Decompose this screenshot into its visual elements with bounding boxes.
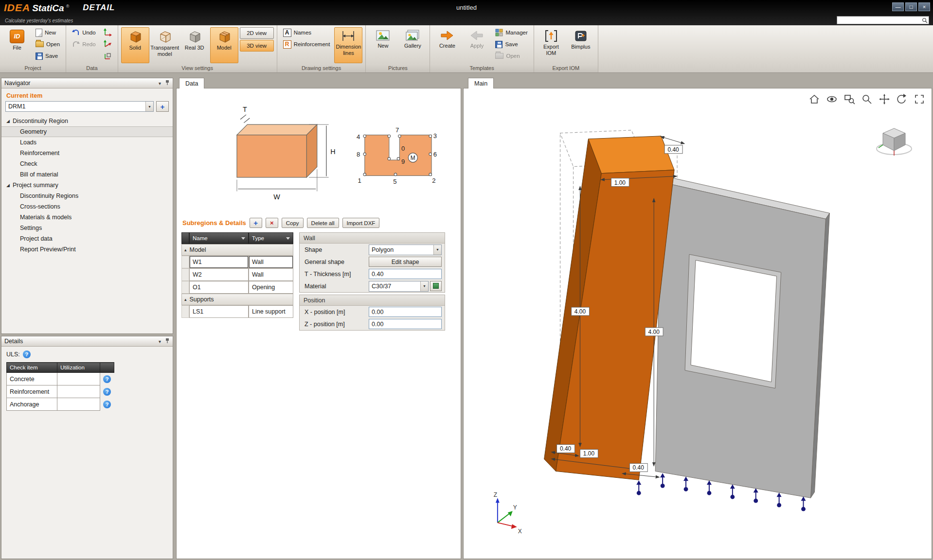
view-2d-button[interactable]: 2D view (240, 27, 274, 39)
table-row-o1[interactable]: O1 Opening (181, 281, 294, 294)
lcs-tool-3-button[interactable] (100, 51, 115, 61)
cell-type[interactable]: Line support (249, 305, 293, 318)
cell-type[interactable]: Opening (249, 281, 293, 294)
wall-w2[interactable] (655, 176, 829, 498)
table-row-w1[interactable]: W1 Wall (181, 256, 294, 268)
search-box[interactable] (837, 16, 929, 24)
chevron-down-icon[interactable]: ▼ (420, 281, 428, 291)
search-icon[interactable] (921, 18, 929, 23)
file-button[interactable]: ID File (3, 27, 31, 63)
cell-name[interactable]: W1 (189, 256, 249, 268)
open-project-button[interactable]: Open (33, 39, 63, 50)
zoom-window-icon[interactable] (843, 92, 856, 105)
bimplus-button[interactable]: Bimplus (567, 27, 595, 63)
picture-new-button[interactable]: New (369, 27, 397, 63)
add-region-button[interactable]: + (156, 101, 169, 112)
zoom-icon[interactable] (860, 92, 873, 105)
tree-item-loads[interactable]: Loads (1, 137, 173, 148)
delete-all-button[interactable]: Delete all (307, 218, 339, 228)
tree-item-discontinuity-regions[interactable]: Discontinuity Regions (1, 191, 173, 201)
transparent-model-button[interactable]: Transparent model (151, 27, 179, 63)
wall-w1[interactable] (544, 136, 674, 480)
pan-icon[interactable] (878, 92, 891, 105)
reinforcement-help-icon[interactable]: ? (103, 388, 111, 396)
current-item-combobox[interactable]: DRM1 ▼ (5, 101, 154, 112)
opening-o1[interactable] (691, 260, 777, 382)
filter-icon[interactable] (241, 237, 245, 240)
model-view-button[interactable]: Model (210, 27, 238, 63)
maximize-button[interactable]: □ (905, 2, 917, 11)
material-library-button[interactable] (430, 281, 442, 291)
navigator-pin-icon[interactable] (165, 80, 170, 87)
expander-icon[interactable]: ◢ (6, 119, 10, 123)
tree-item-settings[interactable]: Settings (1, 223, 173, 233)
add-subregion-button[interactable]: + (250, 218, 262, 228)
reinforcement-toggle-button[interactable]: R Reinforcement (280, 39, 333, 50)
column-header-check-item[interactable]: Check item (7, 363, 57, 373)
cell-name[interactable]: W2 (189, 268, 249, 281)
column-header-type[interactable]: Type (249, 232, 293, 244)
view-cube[interactable] (873, 121, 915, 160)
tab-data[interactable]: Data (179, 78, 204, 88)
delete-subregion-button[interactable]: × (266, 218, 278, 228)
tree-item-project-data[interactable]: Project data (1, 233, 173, 244)
collapse-chevron-icon[interactable]: ▴ (184, 247, 187, 252)
close-button[interactable]: × (918, 2, 930, 11)
group-row-model[interactable]: ▴ Model (181, 244, 293, 256)
cell-name[interactable]: LS1 (189, 305, 249, 318)
home-view-icon[interactable] (807, 92, 821, 105)
uls-help-icon[interactable]: ? (23, 350, 31, 358)
tree-item-materials-models[interactable]: Materials & models (1, 212, 173, 223)
tab-main[interactable]: Main (468, 78, 494, 88)
table-row-ls1[interactable]: LS1 Line support (181, 305, 294, 318)
dimension-lines-button[interactable]: Dimension lines (334, 27, 362, 63)
show-all-icon[interactable] (825, 92, 838, 105)
expander-icon[interactable]: ◢ (6, 183, 10, 188)
export-iom-button[interactable]: Export IOM (537, 27, 565, 63)
template-apply-button[interactable]: Apply (463, 27, 491, 63)
template-save-button[interactable]: Save (492, 39, 530, 50)
edit-shape-button[interactable]: Edit shape (369, 257, 442, 267)
tree-item-bill-of-material[interactable]: Bill of material (1, 169, 173, 180)
template-manager-button[interactable]: Manager (492, 27, 530, 38)
shape-dropdown[interactable]: Polygon ▼ (369, 245, 442, 255)
tree-item-project-summary[interactable]: ◢ Project summary (1, 180, 173, 191)
anchorage-help-icon[interactable]: ? (103, 401, 111, 408)
filter-icon[interactable] (286, 237, 290, 240)
chevron-down-icon[interactable]: ▼ (433, 245, 441, 255)
redo-button[interactable]: Redo (69, 39, 99, 50)
column-header-utilization[interactable]: Utilization (57, 363, 100, 373)
details-pin-icon[interactable] (165, 338, 170, 345)
column-header-name[interactable]: Name (189, 232, 249, 244)
cell-type[interactable]: Wall (249, 256, 293, 268)
solid-view-button[interactable]: Solid (121, 27, 149, 63)
details-collapse-icon[interactable]: ▾ (159, 339, 161, 344)
import-dxf-button[interactable]: Import DXF (342, 218, 380, 228)
tree-item-reinforcement[interactable]: Reinforcement (1, 148, 173, 158)
tree-item-check[interactable]: Check (1, 158, 173, 169)
thickness-input[interactable]: 0.40 (369, 269, 442, 279)
wall-w1-top-face[interactable] (588, 136, 674, 174)
collapse-chevron-icon[interactable]: ▴ (184, 297, 187, 302)
lcs-tool-2-button[interactable] (100, 39, 115, 50)
x-position-input[interactable]: 0.00 (369, 307, 442, 317)
tree-item-geometry[interactable]: Geometry (1, 126, 173, 137)
group-row-supports[interactable]: ▴ Supports (181, 294, 293, 305)
concrete-help-icon[interactable]: ? (103, 375, 111, 383)
copy-button[interactable]: Copy (282, 218, 304, 228)
names-toggle-button[interactable]: A Names (280, 27, 333, 38)
lcs-tool-1-button[interactable] (100, 27, 115, 38)
cell-type[interactable]: Wall (249, 268, 293, 281)
real-3d-button[interactable]: Real 3D (180, 27, 209, 63)
picture-gallery-button[interactable]: Gallery (398, 27, 427, 63)
material-dropdown[interactable]: C30/37 ▼ (369, 281, 429, 292)
tree-item-cross-sections[interactable]: Cross-sections (1, 201, 173, 212)
template-open-button[interactable]: Open (492, 51, 530, 61)
chevron-down-icon[interactable]: ▼ (145, 102, 153, 111)
new-project-button[interactable]: New (33, 27, 63, 38)
z-position-input[interactable]: 0.00 (369, 319, 442, 329)
save-project-button[interactable]: Save (33, 51, 63, 61)
rotate-view-icon[interactable] (895, 92, 908, 105)
tree-item-report-preview-print[interactable]: Report Preview/Print (1, 244, 173, 255)
cell-name[interactable]: O1 (189, 281, 249, 294)
